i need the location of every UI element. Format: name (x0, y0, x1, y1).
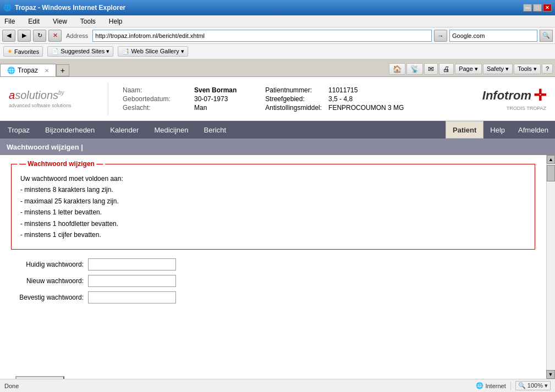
menu-view[interactable]: View (51, 16, 69, 26)
nav-bar: Tropaz Bijzonderheden Kalender Medicijne… (0, 121, 555, 139)
menu-edit[interactable]: Edit (26, 16, 42, 26)
nav-help-button[interactable]: Help (483, 121, 512, 139)
web-slice-gallery-button[interactable]: 📑 Web Slice Gallery ▾ (118, 46, 188, 57)
close-button[interactable]: ✕ (543, 4, 552, 12)
password-form: Huidig wachtwoord: Nieuw wachtwoord: Bev… (11, 258, 535, 303)
new-password-input[interactable] (88, 275, 176, 287)
tools-label: Tools ▾ (518, 65, 537, 73)
tab-close-icon[interactable]: ✕ (45, 68, 49, 74)
scroll-up-button[interactable]: ▲ (547, 155, 555, 164)
password-section: — Wachtwoord wijzigen — Uw wachtwoord mo… (11, 164, 535, 250)
infotrom-logo: Infotrom ✛ TRODIS TROPAZ (458, 86, 546, 111)
nav-right: Patient Help Afmelden (446, 121, 555, 139)
page-button[interactable]: Page ▾ (455, 64, 482, 74)
logo-main-text: asolutionsby (9, 89, 64, 101)
go-button[interactable]: → (434, 30, 447, 42)
scrollbar[interactable]: ▲ ▼ (546, 155, 555, 392)
home-button[interactable]: 🏠 (389, 63, 405, 75)
menu-bar: File Edit View Tools Help (0, 15, 555, 27)
menu-tools[interactable]: Tools (78, 16, 98, 26)
favorites-button[interactable]: ★ Favorites (3, 46, 43, 57)
suggested-sites-button[interactable]: 📄 Suggested Sites ▾ (47, 46, 113, 57)
antistollingsmiddel-value: FENPROCOUMON 3 MG (325, 103, 407, 112)
status-bar-right: 🌐 Internet 🔍 100% ▾ (476, 381, 551, 390)
infotrom-text: Infotrom (482, 89, 531, 103)
zoom-value: 100% (527, 382, 543, 389)
patientnummer-value: 11011715 (325, 86, 407, 95)
safety-button[interactable]: Safety ▾ (483, 64, 513, 74)
help-button[interactable]: ? (542, 64, 553, 74)
nav-medicijnen[interactable]: Medicijnen (146, 121, 196, 139)
feeds-button[interactable]: 📡 (406, 63, 423, 75)
tab-icon: 🌐 (7, 67, 15, 74)
suggested-sites-icon: 📄 (51, 48, 59, 55)
search-go-button[interactable]: 🔍 (540, 30, 553, 42)
new-password-label: Nieuw wachtwoord: (11, 277, 88, 285)
nav-links: Tropaz Bijzonderheden Kalender Medicijne… (0, 121, 446, 139)
scroll-down-button[interactable]: ▼ (546, 370, 555, 379)
requirement-5: - minstens 1 cijfer bevatten. (20, 229, 526, 240)
tools-button[interactable]: Tools ▾ (514, 64, 541, 74)
page-label: Page ▾ (459, 65, 478, 73)
help-label: ? (546, 65, 549, 72)
antistollingsmiddel-label: Antistollingsmiddel: (262, 103, 325, 112)
geslacht-label: Geslacht: (119, 103, 191, 112)
globe-icon: 🌐 (476, 382, 483, 389)
address-input[interactable] (92, 30, 432, 42)
minimize-button[interactable]: — (523, 4, 532, 12)
window-title: Tropaz - Windows Internet Explorer (15, 4, 125, 12)
safety-label: Safety ▾ (487, 65, 509, 73)
content-area: — Wachtwoord wijzigen — Uw wachtwoord mo… (0, 155, 546, 392)
section-legend: — Wachtwoord wijzigen — (17, 160, 105, 168)
read-mail-button[interactable]: ✉ (424, 63, 438, 75)
favorites-bar: ★ Favorites 📄 Suggested Sites ▾ 📑 Web Sl… (0, 44, 555, 59)
back-button[interactable]: ◀ (2, 30, 15, 42)
geboortedatum-value: 30-07-1973 (191, 95, 240, 103)
favorites-label: Favorites (14, 48, 39, 55)
star-icon: ★ (7, 48, 13, 55)
zoom-chevron: ▾ (545, 382, 548, 389)
confirm-password-input[interactable] (88, 291, 176, 303)
geboortedatum-label: Geboortedatum: (119, 95, 191, 103)
header-section: asolutionsby advanced software solutions… (0, 77, 555, 121)
scroll-thumb[interactable] (547, 165, 555, 181)
stop-button[interactable]: ✕ (48, 30, 62, 42)
zone-text: Internet (485, 383, 505, 389)
search-input[interactable] (449, 30, 537, 42)
maximize-button[interactable]: □ (533, 4, 542, 12)
requirement-1: - minstens 8 karakters lang zijn. (20, 184, 526, 195)
logo-area: asolutionsby advanced software solutions (9, 89, 108, 108)
nav-afmelden-button[interactable]: Afmelden (512, 121, 555, 139)
asolutions-logo: asolutionsby (9, 89, 108, 102)
page-title: Wachtwoord wijzigen | (7, 143, 83, 151)
address-label: Address (64, 32, 90, 39)
nav-kalender[interactable]: Kalender (102, 121, 146, 139)
menu-help[interactable]: Help (107, 16, 125, 26)
current-password-input[interactable] (88, 258, 176, 270)
requirement-2: - maximaal 25 karakters lang zijn. (20, 196, 526, 207)
main-wrapper: — Wachtwoord wijzigen — Uw wachtwoord mo… (0, 155, 555, 392)
confirm-password-label: Bevestig wachtwoord: (11, 294, 88, 301)
nav-tropaz[interactable]: Tropaz (0, 121, 37, 139)
forward-button[interactable]: ▶ (18, 30, 31, 42)
status-bar: Done 🌐 Internet 🔍 100% ▾ (0, 379, 555, 392)
current-password-row: Huidig wachtwoord: (11, 258, 535, 270)
patient-info: Naam: Sven Borman Patientnummer: 1101171… (114, 86, 458, 112)
header-separator (108, 82, 108, 115)
nav-patient-button[interactable]: Patient (446, 121, 483, 139)
menu-file[interactable]: File (2, 16, 17, 26)
requirement-3: - minstens 1 letter bevatten. (20, 207, 526, 218)
nav-bijzonderheden[interactable]: Bijzonderheden (37, 121, 102, 139)
current-password-label: Huidig wachtwoord: (11, 261, 88, 268)
page-title-bar: Wachtwoord wijzigen | (0, 139, 555, 155)
infotrom-cross: ✛ (534, 86, 546, 104)
title-bar: 🌐 Tropaz - Windows Internet Explorer — □… (0, 0, 555, 15)
streefgebied-label: Streefgebied: (262, 95, 325, 103)
zoom-control[interactable]: 🔍 100% ▾ (515, 381, 551, 390)
refresh-button[interactable]: ↻ (33, 30, 46, 42)
print-button[interactable]: 🖨 (439, 63, 454, 75)
nav-bericht[interactable]: Bericht (196, 121, 234, 139)
ie-icon: 🌐 (3, 4, 12, 12)
tropaz-tab[interactable]: 🌐 Tropaz ✕ (0, 64, 56, 76)
new-tab-button[interactable]: + (56, 64, 69, 76)
